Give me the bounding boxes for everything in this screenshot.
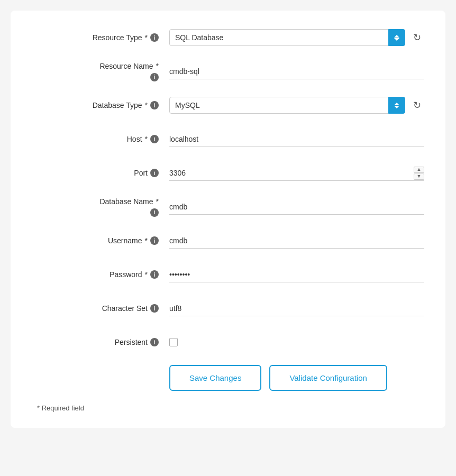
database-type-label: Database Type — [93, 101, 142, 109]
persistent-label: Persistent — [115, 338, 148, 346]
database-name-input[interactable] — [169, 199, 424, 215]
port-input-wrapper: ▲ ▼ — [169, 166, 424, 181]
database-type-select-wrapper: MySQL PostgreSQL MariaDB SQLite MSSQL — [169, 97, 405, 114]
resource-type-refresh-button[interactable]: ↻ — [409, 30, 424, 45]
port-info-icon[interactable]: i — [150, 169, 159, 177]
character-set-row: Character Set i — [32, 297, 424, 319]
username-input[interactable] — [169, 233, 424, 249]
host-required: * — [145, 135, 148, 143]
buttons-row: Save Changes Validate Configuration — [32, 365, 424, 391]
host-label-col: Host * i — [32, 135, 169, 143]
resource-name-info-icon[interactable]: i — [150, 73, 159, 81]
required-note: * Required field — [32, 404, 424, 412]
persistent-row: Persistent i — [32, 331, 424, 353]
username-required: * — [145, 236, 148, 245]
resource-type-required: * — [145, 33, 148, 42]
persistent-input-col — [169, 338, 424, 346]
username-info-icon[interactable]: i — [150, 236, 159, 245]
character-set-input[interactable] — [169, 301, 424, 316]
character-set-label: Character Set — [102, 304, 148, 313]
database-name-info-icon[interactable]: i — [150, 208, 159, 217]
database-name-row: Database Name * i — [32, 196, 424, 218]
database-type-input-col: MySQL PostgreSQL MariaDB SQLite MSSQL ↻ — [169, 97, 424, 114]
port-label: Port — [134, 169, 148, 177]
database-type-select[interactable]: MySQL PostgreSQL MariaDB SQLite MSSQL — [169, 97, 405, 114]
resource-name-input-col — [169, 64, 424, 79]
database-type-required: * — [145, 101, 148, 109]
password-input-col — [169, 267, 424, 282]
form-container: Resource Type * i SQL Database NoSQL Dat… — [11, 11, 445, 428]
database-name-required: * — [156, 197, 159, 207]
persistent-checkbox[interactable] — [169, 338, 178, 346]
persistent-label-col: Persistent i — [32, 338, 169, 346]
host-input-col — [169, 132, 424, 147]
password-info-icon[interactable]: i — [150, 270, 159, 279]
port-spinner-down[interactable]: ▼ — [414, 173, 424, 180]
username-label: Username — [108, 236, 142, 245]
validate-configuration-button[interactable]: Validate Configuration — [269, 365, 387, 391]
password-row: Password * i — [32, 263, 424, 286]
port-input[interactable] — [169, 166, 424, 181]
resource-name-label-col: Resource Name * i — [32, 61, 169, 81]
port-spinner-up[interactable]: ▲ — [414, 167, 424, 173]
port-row: Port i ▲ ▼ — [32, 162, 424, 184]
database-name-label-col: Database Name * i — [32, 197, 169, 217]
password-label-col: Password * i — [32, 270, 169, 279]
port-label-col: Port i — [32, 169, 169, 177]
database-name-input-col — [169, 199, 424, 215]
save-changes-button[interactable]: Save Changes — [169, 365, 261, 391]
character-set-input-col — [169, 301, 424, 316]
database-type-label-col: Database Type * i — [32, 101, 169, 109]
password-required: * — [145, 270, 148, 279]
database-type-refresh-button[interactable]: ↻ — [409, 98, 424, 113]
host-input[interactable] — [169, 132, 424, 147]
resource-name-required: * — [156, 61, 159, 72]
database-name-label: Database Name — [99, 197, 153, 207]
resource-type-label: Resource Type — [93, 33, 142, 42]
username-label-col: Username * i — [32, 236, 169, 245]
resource-name-label: Resource Name — [99, 61, 153, 72]
database-type-info-icon[interactable]: i — [150, 101, 159, 109]
password-input[interactable] — [169, 267, 424, 282]
persistent-info-icon[interactable]: i — [150, 338, 159, 346]
resource-type-row: Resource Type * i SQL Database NoSQL Dat… — [32, 26, 424, 49]
resource-type-select[interactable]: SQL Database NoSQL Database File System — [169, 29, 405, 46]
resource-name-row: Resource Name * i — [32, 60, 424, 83]
port-spinners: ▲ ▼ — [414, 166, 424, 181]
host-info-icon[interactable]: i — [150, 135, 159, 143]
resource-type-info-icon[interactable]: i — [150, 33, 159, 42]
password-label: Password — [110, 270, 142, 279]
database-type-row: Database Type * i MySQL PostgreSQL Maria… — [32, 94, 424, 116]
username-row: Username * i — [32, 230, 424, 252]
port-input-col: ▲ ▼ — [169, 166, 424, 181]
host-row: Host * i — [32, 128, 424, 150]
username-input-col — [169, 233, 424, 249]
resource-type-input-col: SQL Database NoSQL Database File System … — [169, 29, 424, 46]
resource-type-select-wrapper: SQL Database NoSQL Database File System — [169, 29, 405, 46]
resource-name-input[interactable] — [169, 64, 424, 79]
host-label: Host — [127, 135, 142, 143]
character-set-label-col: Character Set i — [32, 304, 169, 313]
resource-type-label-col: Resource Type * i — [32, 33, 169, 42]
character-set-info-icon[interactable]: i — [150, 304, 159, 313]
